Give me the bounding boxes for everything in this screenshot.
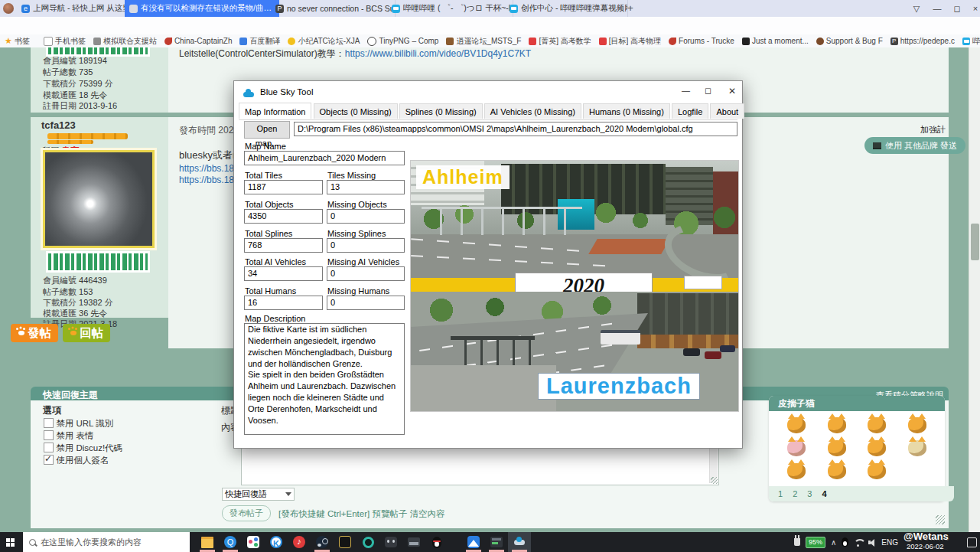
tab-splines[interactable]: Splines (0 Missing) (399, 103, 483, 119)
clear-content-link[interactable]: 清空內容 (410, 509, 445, 518)
submit-reply-button[interactable]: 發布帖子 (222, 505, 271, 521)
tab-humans[interactable]: Humans (0 Missing) (583, 103, 670, 119)
preview-post-link[interactable]: 預覽帖子 (372, 509, 407, 518)
total-ai-vehicles-input[interactable]: 34 (244, 266, 323, 281)
tab-nav-home[interactable]: e 上网导航 - 轻快上网 从这里开始 (17, 0, 134, 17)
checkbox[interactable] (44, 455, 54, 465)
scrollbar-thumb[interactable] (971, 224, 979, 260)
map-description-box[interactable]: Die fiktive Karte ist im südlichen Niede… (244, 323, 405, 435)
reply-button[interactable]: 回帖 (63, 324, 110, 342)
page-number[interactable]: 1 (778, 489, 783, 498)
total-tiles-input[interactable]: 1187 (244, 180, 323, 194)
steam-icon[interactable] (311, 532, 334, 552)
panel-resize-grip[interactable] (936, 515, 945, 524)
clock-area[interactable]: @Wetans 2022-06-02 (903, 532, 962, 552)
textarea-resize-grip[interactable] (711, 477, 718, 484)
missing-ai-vehicles-input[interactable]: 0 (327, 266, 405, 281)
bookmark-item[interactable]: 模拟联合支援站 (93, 36, 157, 47)
window-close-button[interactable]: × (965, 0, 980, 17)
bookmark-item[interactable]: China-CaptainZh (164, 37, 233, 45)
total-humans-input[interactable]: 16 (244, 296, 323, 310)
start-button[interactable] (0, 532, 23, 552)
post2-username[interactable]: tcfa123 (41, 119, 76, 131)
missing-objects-input[interactable]: 0 (327, 209, 405, 224)
bookmark-item[interactable]: 小纪ATC论坛-XJA (288, 36, 360, 47)
tab-about[interactable]: About (710, 103, 744, 119)
cat-emote-sticker[interactable] (908, 417, 926, 433)
tray-expand-chevron[interactable]: ∧ (831, 538, 836, 547)
window-minimize-button[interactable]: — (927, 0, 947, 17)
dialog-minimize-icon[interactable]: — (682, 86, 690, 95)
language-indicator[interactable]: ENG (881, 538, 898, 547)
tab-bilibili-creator[interactable]: 创作中心 - 哔哩哔哩弹幕视频网 - ( (505, 0, 628, 17)
user-avatar-typhoon[interactable] (43, 150, 155, 248)
map-name-input[interactable]: Ahlheim_Laurenzbach_2020 Modern (244, 151, 405, 165)
bookmark-item[interactable]: 逍遥论坛_MSTS_F (446, 36, 521, 47)
cat-emote-sticker[interactable] (868, 463, 886, 479)
new-tab-button[interactable]: + (623, 2, 637, 15)
cat-emote-sticker[interactable] (908, 440, 926, 456)
tab-bilibili[interactable]: 哔哩哔哩 ( ゜- ゜)つロ 干杯~-bilibili (387, 0, 513, 17)
cat-emote-sticker[interactable] (828, 417, 846, 433)
battery-indicator[interactable]: 95% (806, 537, 825, 548)
dialog-titlebar[interactable]: Blue Sky Tool — ◻ ✕ (234, 81, 742, 103)
dialog-maximize-icon[interactable]: ◻ (705, 86, 711, 96)
file-explorer-icon[interactable] (196, 532, 219, 552)
page-number[interactable]: 3 (807, 489, 812, 498)
power-plug-icon[interactable] (794, 538, 800, 546)
quick-phrase-select[interactable]: 快捷回復語 (222, 488, 295, 501)
bookmark-item[interactable]: 手机书签 (44, 36, 86, 47)
volume-icon[interactable] (868, 539, 876, 546)
bookmark-item[interactable]: 哔哩哔哩 ( ゜- ゜)つ (962, 36, 980, 47)
page-number[interactable]: 2 (793, 489, 797, 498)
bookmarks-root[interactable]: ★书签 (5, 36, 30, 47)
bookmark-item[interactable]: 百度翻译 (239, 36, 280, 47)
wifi-icon[interactable] (854, 539, 863, 545)
toolkit-app-icon[interactable] (334, 532, 357, 552)
checkbox[interactable] (44, 430, 54, 440)
map-path-input[interactable]: D:\Program Files (x86)\steamapps\common\… (294, 122, 737, 136)
taskbar-search-box[interactable]: 在这里输入你要搜索的内容 (23, 532, 190, 552)
tab-bcs[interactable]: P no sever connection - BCS Suppor (271, 0, 396, 17)
bookmark-item[interactable]: Support & Bug F (816, 37, 883, 45)
new-post-button[interactable]: 發帖 (11, 324, 58, 342)
missing-humans-input[interactable]: 0 (327, 296, 405, 310)
send-to-device-icon[interactable]: ▽ (907, 0, 926, 17)
bookmark-item[interactable]: [菁英] 高考数学 (529, 36, 591, 47)
bookmark-item[interactable]: Just a moment... (742, 37, 809, 45)
total-splines-input[interactable]: 768 (244, 238, 323, 253)
bookmark-item[interactable]: Phttps://pedepe.c (890, 37, 955, 45)
checkbox[interactable] (44, 418, 54, 428)
cat-emote-sticker[interactable] (828, 463, 846, 479)
bookmark-item[interactable]: [目标] 高考物理 (599, 36, 661, 47)
qq-penguin-icon[interactable] (425, 532, 448, 552)
discord-icon[interactable] (379, 532, 402, 552)
qq-tray-penguin-icon[interactable] (842, 537, 848, 547)
dialog-close-icon[interactable]: ✕ (728, 86, 736, 96)
notification-center-icon[interactable] (967, 537, 977, 547)
tab-ai-vehicles[interactable]: AI Vehicles (0 Missing) (484, 103, 581, 119)
window-maximize-button[interactable]: ◻ (947, 0, 967, 17)
cat-emote-sticker[interactable] (868, 417, 886, 433)
netease-music-icon[interactable]: ♪ (288, 532, 311, 552)
cat-emote-sticker[interactable] (787, 463, 806, 479)
bilibili-video-link[interactable]: https://www.bilibili.com/video/BV1Dq4y1C… (345, 48, 531, 59)
tab-logfile[interactable]: Logfile (672, 103, 708, 119)
bluesky-tool-taskbar-icon[interactable] (508, 532, 531, 552)
dark-utility-app-icon[interactable] (485, 532, 508, 552)
bookmark-item[interactable]: Forums - Trucke (669, 37, 734, 45)
cat-emote-sticker[interactable] (828, 440, 846, 456)
tiles-missing-input[interactable]: 13 (327, 180, 405, 194)
truck-game-icon[interactable] (402, 532, 425, 552)
missing-splines-input[interactable]: 0 (327, 238, 405, 253)
cat-emote-sticker[interactable] (787, 417, 806, 433)
profile-avatar[interactable] (3, 3, 14, 14)
cat-emote-sticker[interactable] (787, 440, 806, 456)
mountain-cloud-app-icon[interactable] (462, 532, 485, 552)
tab-objects[interactable]: Objects (0 Missing) (314, 103, 398, 119)
checkbox[interactable] (44, 443, 54, 452)
page-scrollbar[interactable] (969, 47, 980, 532)
colorful-app-icon[interactable] (242, 532, 265, 552)
kook-app-icon[interactable]: K (265, 532, 288, 552)
open-map-button[interactable]: Open map... (244, 121, 290, 139)
